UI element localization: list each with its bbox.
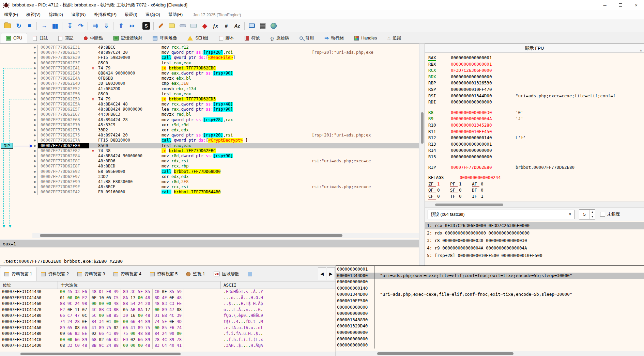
scylla-icon[interactable]: S	[141, 21, 151, 31]
breakpoint-dot[interactable]: ●	[32, 76, 38, 81]
calculator-icon[interactable]	[258, 21, 267, 31]
stack-row[interactable]: 000000000000	[336, 329, 644, 336]
disasm-row[interactable]: ●00007FF77DD62E8085C0test eax,eax	[32, 143, 419, 148]
register-row[interactable]: RFLAGS0000000000000244	[428, 175, 644, 181]
dump-row[interactable]: 00007FFF31C4148066 C7 47 0C5C 00 E8 B530…	[0, 313, 336, 319]
show-fpu-label[interactable]: 顯示 FPU	[525, 46, 544, 51]
stack-row[interactable]: 000000000000	[336, 279, 644, 285]
execute-till-return-icon[interactable]: ⇉	[90, 21, 100, 31]
breakpoint-dot[interactable]: ●	[32, 143, 38, 148]
disasm-row[interactable]: ●00007FF77DD62E7333D2xor edx,edx	[32, 128, 419, 133]
tab-struct[interactable]	[244, 267, 259, 281]
disasm-row[interactable]: ●00007FF77DD62E41∨74 79je brbbot.7FF77DD…	[32, 66, 419, 71]
disassembly-pane[interactable]: ▼▼RIP ●00007FF77DD62E3149:8BCCmov rcx,r1…	[0, 44, 419, 239]
patches-icon[interactable]	[178, 21, 187, 31]
menu-item[interactable]: 選項(O)	[141, 11, 164, 19]
register-row[interactable]: R9000000000000004A'J'	[428, 116, 644, 122]
register-row[interactable]: RBX0000000000000001	[428, 61, 644, 68]
register-row[interactable]: R120000000000000140L'ŀ'	[428, 135, 644, 141]
tab-CPU[interactable]: CPU	[1, 33, 27, 43]
dump-row[interactable]: 00007FFF31C4144000 45 33 F648 D1 EB 498D…	[0, 289, 336, 295]
scroll-thumb[interactable]	[40, 234, 342, 237]
stack-row[interactable]: 000001343890	[336, 317, 644, 323]
breakpoint-dot[interactable]: ●	[32, 190, 38, 195]
register-row[interactable]: RSP00000000010FF470	[428, 86, 644, 93]
step-into-icon[interactable]: ↧	[65, 21, 74, 31]
breakpoint-dot[interactable]: ●	[32, 50, 38, 55]
flags-row[interactable]: CF0TF0IF1	[428, 193, 644, 199]
tab-追蹤[interactable]: ∴追蹤	[382, 33, 406, 43]
dump-row[interactable]: 00007FFF31C414D008 33 C0 488B 9C 24 8800…	[0, 343, 336, 349]
tab-資料視窗 5[interactable]: 資料視窗 5	[146, 267, 182, 281]
stop-icon[interactable]: ■	[25, 21, 34, 31]
argument-row[interactable]: 1: rcx 0F3D7C26306F0000 0F3D7C26306F0000	[425, 222, 644, 229]
breakpoint-dot[interactable]: ●	[32, 138, 38, 143]
breakpoint-dot[interactable]: ●	[32, 112, 38, 117]
disasm-row[interactable]: ●00007FF77DD62E9941:B8 E8030000mov r8d,3…	[32, 179, 419, 184]
disasm-row[interactable]: ●00007FF77DD62E5F48:8D8424 90000000lea r…	[32, 107, 419, 112]
register-row[interactable]: RCX0F3D7C26306F0000	[428, 67, 644, 74]
menu-item[interactable]: 最愛(I)	[121, 11, 141, 19]
dump-hscrollbar[interactable]	[0, 352, 336, 356]
open-file-icon[interactable]	[3, 21, 12, 31]
registers-pane[interactable]: 顯示 FPU ▲ RAX0000000000000001RBX000000000…	[425, 44, 644, 265]
restart-icon[interactable]: ↻	[14, 21, 23, 31]
fx-icon[interactable]: ƒx	[211, 21, 220, 31]
disasm-row[interactable]: ●00007FF77DD62E82∨74 38je brbbot.7FF77DD…	[32, 148, 419, 153]
disassembly-vscrollbar[interactable]	[419, 44, 425, 265]
breakpoint-dot[interactable]: ●	[32, 102, 38, 107]
breakpoint-dot[interactable]: ●	[32, 123, 38, 128]
unlock-checkbox[interactable]	[600, 212, 605, 217]
breakpoint-dot[interactable]: ●	[32, 45, 38, 50]
register-row[interactable]: RAX0000000000000001	[428, 55, 644, 61]
disasm-row[interactable]: ●00007FF77DD62E7548:897424 20mov qword p…	[32, 133, 419, 138]
breakpoint-dot[interactable]: ●	[32, 61, 38, 66]
stack-row[interactable]: 000001344D00"uri=ads.php;exec=cexe;file=…	[336, 291, 644, 298]
close-button[interactable]: ×	[628, 0, 644, 10]
register-row[interactable]: R150000000000000000	[428, 154, 644, 160]
pause-icon[interactable]: ▮▮	[50, 21, 60, 31]
argument-row[interactable]: 2: rdx 0000000000000000 0000000000000000	[425, 229, 644, 237]
stack-row[interactable]: 000000000001	[336, 266, 644, 273]
disasm-row[interactable]: ●00007FF77DD62E92E8 695E0000call brbbot.…	[32, 169, 419, 174]
dump-row[interactable]: 00007FFF31C414B009 66 83 EE02 66 41 8975…	[0, 331, 336, 337]
disasm-row[interactable]: ●00007FF77DD62E5685C0test eax,eax	[32, 92, 419, 97]
splitter-grip[interactable]	[435, 204, 503, 206]
stack-row[interactable]: 000001329D40	[336, 323, 644, 329]
tab-資料視窗 4[interactable]: 資料視窗 4	[109, 267, 145, 281]
tab-原始碼[interactable]: {}原始碼	[265, 33, 294, 43]
preferences-icon[interactable]	[247, 21, 257, 31]
breakpoint-dot[interactable]: ●	[32, 66, 38, 71]
disasm-row[interactable]: ●00007FF77DD62E3448:897C24 20mov qword p…	[32, 50, 419, 55]
disasm-row[interactable]: ●00007FF77DD62E3F85C0test eax,eax	[32, 61, 419, 66]
tab-Handles[interactable]: Handles	[349, 33, 382, 43]
breakpoint-dot[interactable]: ●	[32, 117, 38, 123]
breakpoint-dot[interactable]: ●	[32, 153, 38, 159]
tab-記憶體映射[interactable]: 記憶體映射	[108, 33, 148, 43]
breakpoint-dot[interactable]: ●	[32, 169, 38, 174]
register-row[interactable]: R100000000001345280	[428, 122, 644, 129]
dump-pane[interactable]: 資料視窗 1資料視窗 2資料視窗 3資料視窗 4資料視窗 5監視 1x=區域變數…	[0, 265, 336, 356]
fpu-header[interactable]: 顯示 FPU ▲	[425, 44, 644, 53]
register-row[interactable]: R1100000000010FF450	[428, 129, 644, 135]
register-row[interactable]: R140000000000000000	[428, 147, 644, 154]
disasm-row[interactable]: ●00007FF77DD62E8444:8B8424 90000000mov r…	[32, 153, 419, 159]
tab-區域變數[interactable]: x=區域變數	[210, 267, 243, 281]
run-to-user-code-icon[interactable]: ↣	[127, 21, 136, 31]
dump-row[interactable]: 00007FFF31C4149074 24 28 0F84 34 01 0000…	[0, 319, 336, 325]
argument-list[interactable]: 1: rcx 0F3D7C26306F0000 0F3D7C26306F0000…	[425, 221, 644, 259]
dump-row[interactable]: 00007FFF31C414C000 00 66 8968 02 66 83ED…	[0, 337, 336, 343]
disasm-row[interactable]: ●00007FF77DD62EA2E8 09160000call brbbot.…	[32, 190, 419, 195]
disasm-row[interactable]: ●00007FF77DD62E7AFF15 D8B10000call qword…	[32, 138, 419, 143]
scroll-thumb[interactable]	[377, 352, 513, 355]
breakpoint-dot[interactable]: ●	[32, 133, 38, 138]
breakpoint-dot[interactable]: ●	[32, 179, 38, 184]
disasm-row[interactable]: ●00007FF77DD62E4A0FB6DBmovzx ebx,bl	[32, 76, 419, 81]
tab-符號[interactable]: 符號	[240, 33, 265, 43]
tab-資料視窗 2[interactable]: 資料視窗 2	[37, 267, 73, 281]
dump-row[interactable]: 00007FFF31C4145001 00 00 F20F 10 05 C58A…	[0, 295, 336, 301]
disasm-row[interactable]: ●00007FF77DD62E7045:33C9xor r9d,r9d	[32, 123, 419, 128]
tab-scroll-right-button[interactable]: ▶	[327, 267, 335, 280]
stack-row[interactable]: 000000000000	[336, 342, 644, 349]
breakpoint-dot[interactable]: ●	[32, 159, 38, 164]
